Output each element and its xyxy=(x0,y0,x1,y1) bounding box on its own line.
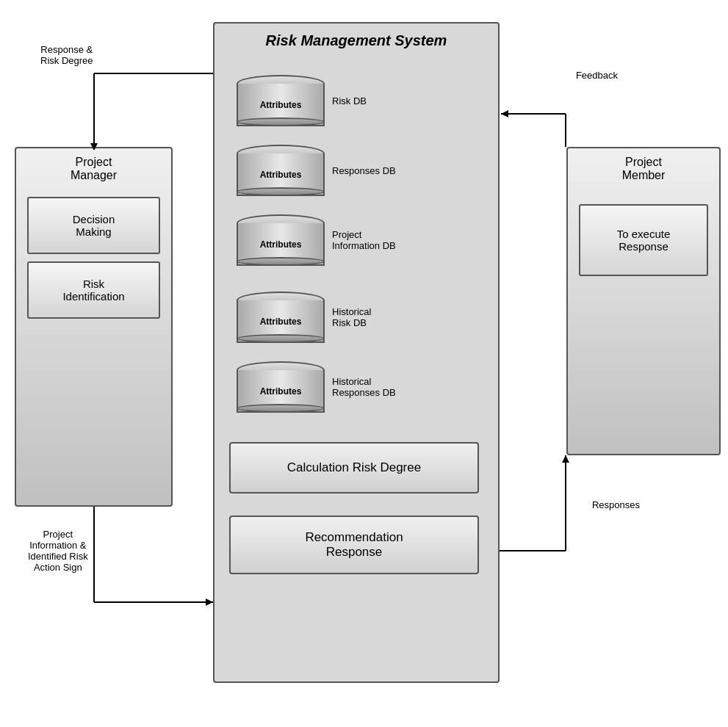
hist-resp-db-cylinder: Attributes xyxy=(237,361,325,413)
risk-db-row: Attributes Risk DB xyxy=(237,75,367,126)
hist-risk-db-label: Attributes xyxy=(260,317,302,327)
risk-db-label: Attributes xyxy=(260,100,302,110)
project-manager-box: ProjectManager DecisionMaking RiskIdenti… xyxy=(15,147,173,507)
hist-resp-db-name: HistoricalResponses DB xyxy=(332,376,396,398)
hist-resp-db-label: Attributes xyxy=(260,386,302,397)
svg-marker-4 xyxy=(501,110,508,117)
recommendation-response-box: RecommendationResponse xyxy=(229,516,479,574)
project-manager-title: ProjectManager xyxy=(16,148,171,189)
cylinder-bottom-4 xyxy=(237,334,325,343)
rms-title: Risk Management System xyxy=(215,23,498,55)
calc-risk-degree-box: Calculation Risk Degree xyxy=(229,442,479,493)
hist-risk-db-cylinder: Attributes xyxy=(237,292,325,343)
response-risk-label: Response &Risk Degree xyxy=(40,44,93,66)
decision-making-box: DecisionMaking xyxy=(27,197,160,254)
responses-label: Responses xyxy=(592,499,640,510)
project-info-label: ProjectInformation &Identified RiskActio… xyxy=(28,529,88,573)
hist-risk-db-row: Attributes HistoricalRisk DB xyxy=(237,292,371,343)
risk-identification-box: RiskIdentification xyxy=(27,261,160,319)
svg-marker-11 xyxy=(562,455,569,463)
proj-info-db-label: Attributes xyxy=(260,239,302,250)
proj-info-db-cylinder: Attributes xyxy=(237,214,325,266)
project-member-title: ProjectMember xyxy=(568,148,719,189)
cylinder-bottom-3 xyxy=(237,257,325,266)
responses-db-name: Responses DB xyxy=(332,165,396,176)
proj-info-db-row: Attributes ProjectInformation DB xyxy=(237,214,396,266)
cylinder-bottom-5 xyxy=(237,404,325,413)
cylinder-bottom-2 xyxy=(237,187,325,196)
project-member-box: ProjectMember To executeResponse xyxy=(566,147,721,455)
hist-resp-db-row: Attributes HistoricalResponses DB xyxy=(237,361,396,413)
feedback-label: Feedback xyxy=(576,70,618,81)
rms-box: Risk Management System Attributes Risk D… xyxy=(213,22,500,683)
diagram-container: Risk Management System Attributes Risk D… xyxy=(0,0,728,727)
risk-db-name: Risk DB xyxy=(332,95,367,106)
proj-info-db-name: ProjectInformation DB xyxy=(332,229,396,251)
hist-risk-db-name: HistoricalRisk DB xyxy=(332,306,371,328)
risk-db-cylinder: Attributes xyxy=(237,75,325,126)
responses-db-label: Attributes xyxy=(260,170,302,180)
execute-response-box: To executeResponse xyxy=(579,204,708,276)
responses-db-cylinder: Attributes xyxy=(237,145,325,196)
svg-marker-8 xyxy=(206,598,213,606)
responses-db-row: Attributes Responses DB xyxy=(237,145,396,196)
cylinder-bottom xyxy=(237,117,325,126)
